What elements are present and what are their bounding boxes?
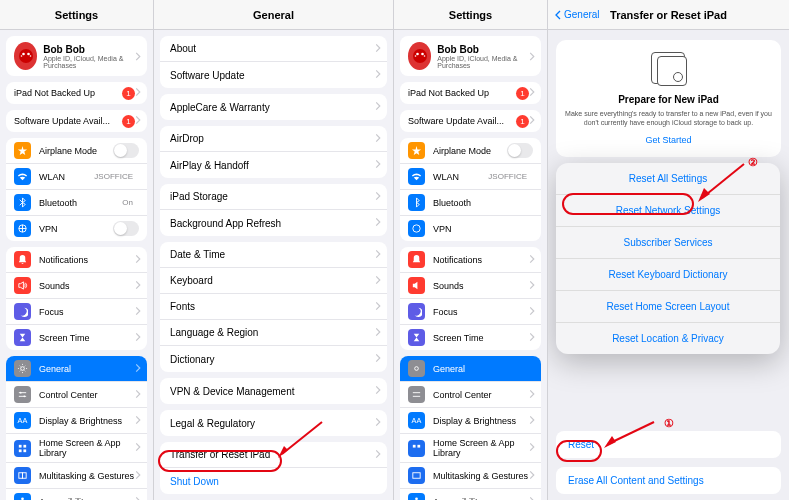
row-not-backed-up[interactable]: iPad Not Backed Up1	[400, 82, 541, 104]
sheet-reset-all[interactable]: Reset All Settings	[556, 163, 780, 195]
svg-point-1	[22, 53, 25, 56]
chevron-right-icon	[375, 301, 381, 312]
settings-sidebar-2: Settings Bob BobApple ID, iCloud, Media …	[394, 0, 548, 500]
sheet-reset-home[interactable]: Reset Home Screen Layout	[556, 291, 780, 323]
row-sw-update[interactable]: Software Update Avail...1	[6, 110, 147, 132]
row-general[interactable]: General	[400, 356, 541, 382]
row-accessibility[interactable]: Accessibility	[6, 489, 147, 500]
svg-rect-14	[19, 473, 23, 479]
row-bg-refresh[interactable]: Background App Refresh	[160, 210, 387, 236]
chevron-right-icon	[375, 449, 381, 460]
row-wlan[interactable]: WLANJSOFFICE	[6, 164, 147, 190]
row-not-backed-up[interactable]: iPad Not Backed Up1	[6, 82, 147, 104]
row-airdrop[interactable]: AirDrop	[160, 126, 387, 152]
row-software-update[interactable]: Software Update	[160, 62, 387, 88]
row-bluetooth[interactable]: Bluetooth	[400, 190, 541, 216]
row-airplane[interactable]: Airplane Mode	[6, 138, 147, 164]
reset-link[interactable]: Reset	[556, 431, 781, 458]
row-airplay[interactable]: AirPlay & Handoff	[160, 152, 387, 178]
badge-icon: 1	[122, 115, 135, 128]
hourglass-icon	[408, 329, 425, 346]
chevron-right-icon	[375, 102, 381, 113]
chevron-right-icon	[135, 496, 141, 500]
avatar	[408, 42, 431, 70]
row-sounds[interactable]: Sounds	[400, 273, 541, 299]
airplane-icon	[408, 142, 425, 159]
row-about[interactable]: About	[160, 36, 387, 62]
brightness-icon: AA	[14, 412, 31, 429]
row-accessibility[interactable]: Accessibility	[400, 489, 541, 500]
row-bluetooth[interactable]: BluetoothOn	[6, 190, 147, 216]
profile-sub: Apple ID, iCloud, Media & Purchases	[437, 55, 533, 69]
prepare-title: Prepare for New iPad	[564, 94, 773, 105]
row-vpn[interactable]: VPN	[6, 216, 147, 241]
row-focus[interactable]: Focus	[400, 299, 541, 325]
row-wlan[interactable]: WLANJSOFFICE	[400, 164, 541, 190]
row-applecare[interactable]: AppleCare & Warranty	[160, 94, 387, 120]
chevron-right-icon	[529, 116, 535, 127]
erase-all-link[interactable]: Erase All Content and Settings	[556, 467, 781, 494]
sheet-reset-keyboard[interactable]: Reset Keyboard Dictionary	[556, 259, 780, 291]
row-screentime[interactable]: Screen Time	[6, 325, 147, 350]
chevron-right-icon	[135, 116, 141, 127]
sheet-reset-network[interactable]: Reset Network Settings	[556, 195, 780, 227]
profile-row[interactable]: Bob Bob Apple ID, iCloud, Media & Purcha…	[6, 36, 147, 76]
svg-point-2	[27, 53, 30, 56]
toggle[interactable]	[113, 143, 139, 158]
row-sounds[interactable]: Sounds	[6, 273, 147, 299]
row-storage[interactable]: iPad Storage	[160, 184, 387, 210]
row-home[interactable]: Home Screen & App Library	[400, 434, 541, 463]
row-screentime[interactable]: Screen Time	[400, 325, 541, 350]
row-control-center[interactable]: Control Center	[400, 382, 541, 408]
row-keyboard[interactable]: Keyboard	[160, 268, 387, 294]
row-display[interactable]: AADisplay & Brightness	[6, 408, 147, 434]
accessibility-icon	[14, 493, 31, 500]
moon-icon	[14, 303, 31, 320]
row-home[interactable]: Home Screen & App Library	[6, 434, 147, 463]
row-vpn-mgmt[interactable]: VPN & Device Management	[160, 378, 387, 404]
bell-icon	[408, 251, 425, 268]
profile-row[interactable]: Bob BobApple ID, iCloud, Media & Purchas…	[400, 36, 541, 76]
row-control-center[interactable]: Control Center	[6, 382, 147, 408]
profile-sub: Apple ID, iCloud, Media & Purchases	[43, 55, 139, 69]
row-notifications[interactable]: Notifications	[400, 247, 541, 273]
row-transfer-reset[interactable]: Transfer or Reset iPad	[160, 442, 387, 468]
chevron-right-icon	[135, 332, 141, 343]
row-focus[interactable]: Focus	[6, 299, 147, 325]
toggle[interactable]	[507, 143, 533, 158]
row-multitask[interactable]: Multitasking & Gestures	[6, 463, 147, 489]
vpn-icon	[14, 220, 31, 237]
row-multitask[interactable]: Multitasking & Gestures	[400, 463, 541, 489]
chevron-right-icon	[375, 43, 381, 54]
chevron-right-icon	[529, 280, 535, 291]
row-shutdown[interactable]: Shut Down	[160, 468, 387, 494]
svg-point-23	[416, 53, 419, 56]
toggle[interactable]	[113, 221, 139, 236]
general-header: General	[154, 0, 393, 30]
row-display[interactable]: AADisplay & Brightness	[400, 408, 541, 434]
row-sw-update[interactable]: Software Update Avail...1	[400, 110, 541, 132]
prepare-card: Prepare for New iPad Make sure everythin…	[556, 40, 781, 157]
back-button[interactable]: General	[554, 0, 600, 30]
row-datetime[interactable]: Date & Time	[160, 242, 387, 268]
chevron-right-icon	[375, 70, 381, 81]
sheet-subscriber[interactable]: Subscriber Services	[556, 227, 780, 259]
row-legal[interactable]: Legal & Regulatory	[160, 410, 387, 436]
airplane-icon	[14, 142, 31, 159]
row-airplane[interactable]: Airplane Mode	[400, 138, 541, 164]
bell-icon	[14, 251, 31, 268]
get-started-link[interactable]: Get Started	[564, 135, 773, 145]
chevron-right-icon	[375, 327, 381, 338]
row-fonts[interactable]: Fonts	[160, 294, 387, 320]
svg-point-3	[20, 55, 22, 57]
chevron-right-icon	[375, 218, 381, 229]
sheet-reset-location[interactable]: Reset Location & Privacy	[556, 323, 780, 354]
svg-point-26	[423, 55, 425, 57]
chevron-right-icon	[375, 133, 381, 144]
row-dictionary[interactable]: Dictionary	[160, 346, 387, 372]
row-general[interactable]: General	[6, 356, 147, 382]
annotation-label-1: ①	[664, 417, 674, 430]
row-notifications[interactable]: Notifications	[6, 247, 147, 273]
row-language[interactable]: Language & Region	[160, 320, 387, 346]
row-vpn[interactable]: VPN	[400, 216, 541, 241]
